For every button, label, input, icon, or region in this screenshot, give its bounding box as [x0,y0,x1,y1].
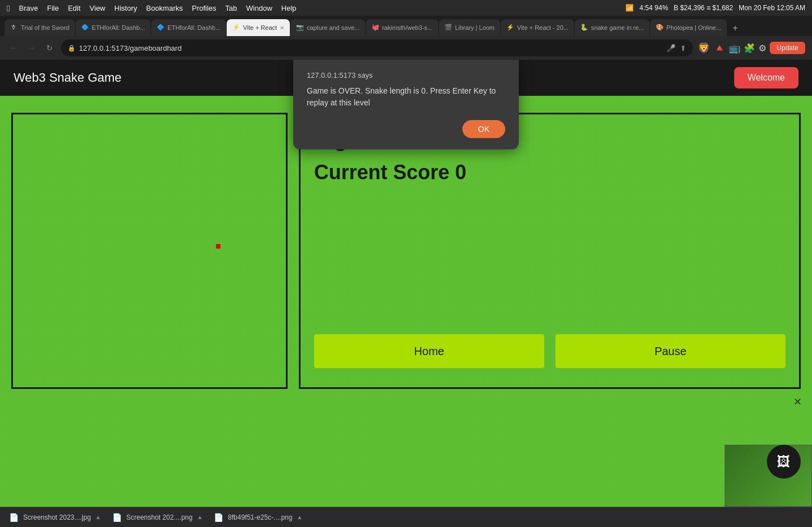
tab-loom[interactable]: 🎬 Library | Loom [439,19,500,36]
mic-icon[interactable]: 🎤 [667,44,676,52]
menu-window[interactable]: Window [246,4,272,12]
tab-close-icon[interactable]: ✕ [280,25,284,31]
tab-favicon-snake: 🐍 [580,24,588,32]
share-icon[interactable]: ⬆ [680,44,686,52]
menu-bookmarks[interactable]: Bookmarks [146,4,183,12]
tab-favicon-github: 🐙 [372,24,379,32]
security-icon: 🔒 [68,45,76,52]
download-file-icon-1: 📄 [9,513,19,522]
tab-label-snake: snake game in re... [591,24,644,31]
tab-label-eth1: ETHforAll: Dashb... [92,24,145,31]
tab-favicon-photopea: 🎨 [656,24,664,32]
update-button[interactable]: Update [770,42,805,54]
tab-eth1[interactable]: 🔷 ETHforAll: Dashb... [76,19,151,36]
download-chevron-2[interactable]: ▲ [197,514,202,520]
menu-edit[interactable]: Edit [68,4,80,12]
menu-profiles[interactable]: Profiles [192,4,216,12]
cast-icon[interactable]: 📺 [729,43,740,54]
menu-history[interactable]: History [114,4,137,12]
floating-widget[interactable]: 🖼 [767,445,801,479]
settings-icon[interactable]: ⚙ [758,43,766,54]
tab-favicon-loom: 🎬 [444,24,452,32]
download-bar: 📄 Screenshot 2023....jpg ▲ 📄 Screenshot … [0,507,812,527]
toolbar-icons: 🦁 🔺 📺 🧩 ⚙ Update [698,42,805,54]
battery-status: 4:54 94% [639,4,668,12]
tab-favicon-capture: 📷 [296,24,304,32]
apple-icon[interactable]:  [7,3,10,13]
tab-photopea[interactable]: 🎨 Photopea | Online... [650,19,727,36]
download-filename-1: Screenshot 2023....jpg [23,513,91,521]
download-item-3: 📄 8fb49f51-e25c-....png ▲ [214,513,302,522]
dialog-overlay: 127.0.0.1:5173 says Game is OVER. Snake … [0,60,812,507]
webpage: Web3 Snake Game Welcome Highest Score 0 … [0,60,812,507]
dialog-buttons: OK [307,120,505,138]
tab-label-github: rakimsth/web3-s... [382,24,433,31]
tab-label-vite: Vite + React [243,24,277,31]
forward-button[interactable]: → [25,41,38,55]
image-widget-icon: 🖼 [777,454,791,470]
macos-menu-left:  Brave File Edit View History Bookmarks… [7,3,297,13]
tab-github[interactable]: 🐙 rakimsth/web3-s... [366,19,438,36]
menu-tab[interactable]: Tab [226,4,237,12]
tab-label-eth2: ETHforAll: Dashb... [167,24,220,31]
tab-favicon-vite: ⚡ [232,24,240,32]
tab-bar: 🗡 Trial of the Sword 🔷 ETHforAll: Dashb.… [0,16,812,36]
download-chevron-1[interactable]: ▲ [95,514,101,520]
tab-vite2[interactable]: ⚡ Vite + React - 20... [501,19,574,36]
balance-info: B $24,396 ≡ $1,682 [674,4,733,12]
reload-button[interactable]: ↻ [43,41,56,55]
tab-favicon-eth2: 🔷 [157,24,165,32]
back-button[interactable]: ← [7,41,20,55]
tab-label-vite2: Vite + React - 20... [517,24,568,31]
tab-label-capture: capture and save... [307,24,360,31]
dialog-origin: 127.0.0.1:5173 says [307,71,505,79]
tab-favicon-vite2: ⚡ [506,24,514,32]
datetime: Mon 20 Feb 12:05 AM [739,4,805,12]
new-tab-button[interactable]: + [727,20,743,36]
wifi-icon: 📶 [625,4,634,12]
tab-eth2[interactable]: 🔷 ETHforAll: Dashb... [151,19,226,36]
address-bar-row: ← → ↻ 🔒 127.0.0.1:5173/gameboardhard 🎤 ⬆… [0,36,812,60]
float-close-button[interactable]: ✕ [793,396,802,408]
url-text: 127.0.0.1:5173/gameboardhard [79,44,663,52]
address-bar[interactable]: 🔒 127.0.0.1:5173/gameboardhard 🎤 ⬆ [61,39,693,56]
brave-rewards-icon[interactable]: 🔺 [713,42,726,54]
download-filename-2: Screenshot 202....png [126,513,192,521]
download-item-1: 📄 Screenshot 2023....jpg ▲ [9,513,101,522]
dialog-ok-button[interactable]: OK [462,120,505,138]
tab-snake[interactable]: 🐍 snake game in re... [575,19,650,36]
download-chevron-3[interactable]: ▲ [297,514,302,520]
download-file-icon-3: 📄 [214,513,223,522]
browser-dialog: 127.0.0.1:5173 says Game is OVER. Snake … [293,60,519,149]
menu-help[interactable]: Help [281,4,297,12]
tab-favicon-trial: 🗡 [10,24,18,32]
brave-shields-icon[interactable]: 🦁 [698,42,710,54]
tab-label-loom: Library | Loom [455,24,495,31]
tab-favicon-eth1: 🔷 [81,24,89,32]
extensions-icon[interactable]: 🧩 [744,43,755,54]
dialog-message: Game is OVER. Snake length is 0. Press E… [307,85,505,109]
address-bar-actions: 🎤 ⬆ [667,44,686,52]
download-file-icon-2: 📄 [112,513,122,522]
tab-label-photopea: Photopea | Online... [667,24,721,31]
macos-menubar:  Brave File Edit View History Bookmarks… [0,0,812,16]
tab-capture[interactable]: 📷 capture and save... [290,19,365,36]
menu-brave[interactable]: Brave [19,4,38,12]
download-item-2: 📄 Screenshot 202....png ▲ [112,513,202,522]
download-filename-3: 8fb49f51-e25c-....png [228,513,292,521]
tab-trial[interactable]: 🗡 Trial of the Sword [5,19,75,36]
menu-view[interactable]: View [90,4,105,12]
tab-vite-react[interactable]: ⚡ Vite + React ✕ [227,19,290,36]
menu-file[interactable]: File [47,4,59,12]
tab-label-trial: Trial of the Sword [21,24,69,31]
macos-status-right: 📶 4:54 94% B $24,396 ≡ $1,682 Mon 20 Feb… [625,4,805,12]
